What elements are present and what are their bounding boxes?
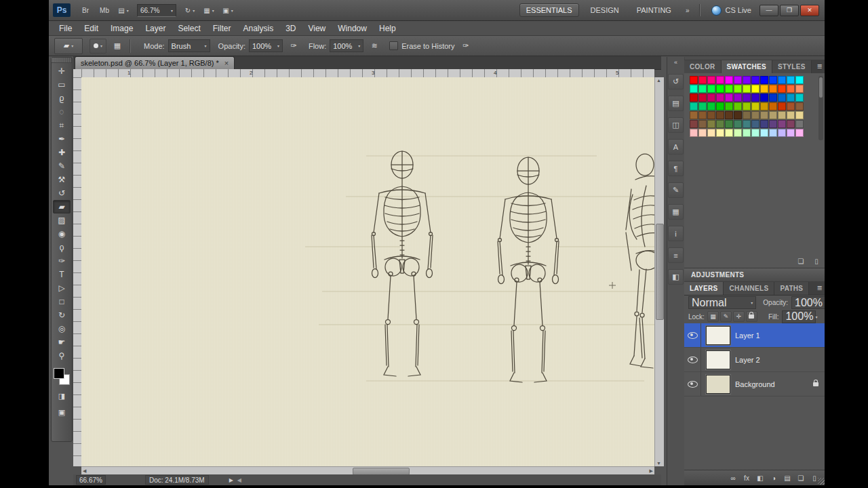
color-swatch[interactable] bbox=[760, 94, 768, 102]
color-swatch[interactable] bbox=[716, 76, 724, 84]
color-swatch[interactable] bbox=[716, 111, 724, 119]
flow-select[interactable]: 100% ▾ bbox=[330, 39, 363, 52]
color-swatch[interactable] bbox=[716, 120, 724, 128]
scroll-up-icon[interactable]: ▲ bbox=[656, 78, 661, 83]
color-swatch[interactable] bbox=[769, 102, 777, 110]
color-swatch[interactable] bbox=[707, 111, 715, 119]
gradient-tool[interactable]: ▨ bbox=[53, 214, 71, 227]
tablet-pressure-size-button[interactable]: ✑ bbox=[458, 39, 472, 53]
layer-visibility-toggle[interactable] bbox=[684, 323, 701, 347]
move-tool[interactable]: ✛ bbox=[53, 64, 71, 78]
color-swatch[interactable] bbox=[734, 102, 742, 110]
color-swatch[interactable] bbox=[787, 111, 795, 119]
color-swatch[interactable] bbox=[734, 94, 742, 102]
history-brush-tool[interactable]: ↺ bbox=[53, 186, 71, 200]
color-swatch[interactable] bbox=[690, 94, 698, 102]
swatches-scrollbar[interactable] bbox=[818, 76, 823, 140]
color-swatch[interactable] bbox=[751, 120, 760, 128]
color-swatch[interactable] bbox=[743, 76, 751, 84]
color-swatch[interactable] bbox=[734, 129, 742, 137]
opacity-select[interactable]: 100% ▾ bbox=[249, 39, 283, 52]
color-swatch[interactable] bbox=[743, 129, 751, 137]
color-swatch[interactable] bbox=[769, 94, 777, 102]
scroll-down-icon[interactable]: ▼ bbox=[656, 461, 661, 466]
tab-paths[interactable]: PATHS bbox=[774, 282, 809, 295]
color-swatch[interactable] bbox=[690, 111, 698, 119]
color-swatch[interactable] bbox=[751, 94, 760, 102]
color-swatch[interactable] bbox=[795, 102, 804, 110]
eyedropper-tool[interactable]: ✒ bbox=[53, 132, 71, 146]
color-swatch[interactable] bbox=[690, 76, 698, 84]
color-swatch[interactable] bbox=[743, 111, 751, 119]
color-swatch[interactable] bbox=[769, 120, 777, 128]
zoom-level-field[interactable]: 66.7% ▾ bbox=[137, 4, 176, 17]
expand-dock-button[interactable]: « bbox=[667, 57, 684, 68]
menu-file[interactable]: File bbox=[53, 22, 78, 35]
color-swatch[interactable] bbox=[725, 85, 733, 93]
color-swatch[interactable] bbox=[725, 111, 733, 119]
tab-layers[interactable]: LAYERS bbox=[684, 282, 724, 295]
clone-stamp-tool[interactable]: ⚒ bbox=[53, 173, 71, 186]
adjustment-layer-button[interactable]: ◑ bbox=[767, 472, 781, 483]
cs-live-button[interactable]: CS Live bbox=[711, 5, 751, 16]
menu-select[interactable]: Select bbox=[172, 22, 206, 35]
color-swatch[interactable] bbox=[698, 129, 707, 137]
paragraph-panel-icon[interactable]: ¶ bbox=[668, 161, 684, 176]
color-swatch[interactable] bbox=[787, 129, 795, 137]
color-swatch[interactable] bbox=[760, 102, 768, 110]
color-swatch[interactable] bbox=[725, 129, 733, 137]
color-swatch[interactable] bbox=[698, 111, 707, 119]
menu-window[interactable]: Window bbox=[332, 22, 373, 35]
color-swatch[interactable] bbox=[795, 94, 804, 102]
delete-swatch-button[interactable]: ▯ bbox=[811, 256, 822, 266]
crop-tool[interactable]: ⌗ bbox=[53, 119, 71, 132]
restore-button[interactable]: ❐ bbox=[780, 5, 799, 16]
document-tab[interactable]: skeleton.psd @ 66.7% (Layer 1, RGB/8) * … bbox=[75, 56, 235, 69]
color-swatch[interactable] bbox=[795, 129, 804, 137]
layer-group-button[interactable]: ▤ bbox=[781, 472, 794, 483]
layers-opacity-select[interactable]: 100% ▾ bbox=[791, 296, 825, 309]
color-swatch[interactable] bbox=[698, 85, 707, 93]
color-swatch[interactable] bbox=[743, 94, 751, 102]
workspace-overflow-button[interactable]: » bbox=[686, 7, 690, 14]
screen-mode-button[interactable]: ▣ bbox=[54, 406, 70, 418]
swatches-scroll-thumb[interactable] bbox=[819, 77, 823, 98]
color-swatch[interactable] bbox=[734, 85, 742, 93]
layer-style-button[interactable]: fx bbox=[740, 472, 753, 483]
menu-3d[interactable]: 3D bbox=[279, 22, 302, 35]
clone-source-panel-icon[interactable]: ◫ bbox=[668, 117, 684, 133]
color-swatch[interactable] bbox=[778, 120, 786, 128]
path-selection-tool[interactable]: ▷ bbox=[53, 281, 71, 295]
menu-image[interactable]: Image bbox=[104, 22, 139, 35]
quick-selection-tool[interactable]: ◌ bbox=[53, 105, 71, 119]
eraser-tool[interactable]: ▰ bbox=[53, 200, 71, 214]
color-swatch[interactable] bbox=[787, 120, 795, 128]
color-swatch[interactable] bbox=[795, 85, 804, 93]
color-swatch[interactable] bbox=[778, 85, 786, 93]
bridge-button[interactable]: Br bbox=[77, 4, 94, 16]
adjustments-panel-header[interactable]: ADJUSTMENTS bbox=[684, 268, 825, 282]
histogram-panel-icon[interactable]: ▦ bbox=[668, 204, 684, 220]
lock-position-button[interactable]: ✛ bbox=[733, 311, 745, 322]
color-swatch[interactable] bbox=[751, 76, 760, 84]
info-panel-icon[interactable]: i bbox=[668, 226, 684, 241]
color-swatch[interactable] bbox=[769, 111, 777, 119]
color-swatch[interactable] bbox=[690, 102, 698, 110]
status-menu-arrow[interactable]: ▶ bbox=[229, 477, 233, 483]
tab-swatches[interactable]: SWATCHES bbox=[722, 60, 772, 73]
canvas-area[interactable] bbox=[81, 77, 654, 466]
color-swatch[interactable] bbox=[690, 85, 698, 93]
color-swatch[interactable] bbox=[778, 76, 786, 84]
color-swatch[interactable] bbox=[698, 102, 707, 110]
erase-to-history-checkbox[interactable] bbox=[389, 41, 398, 50]
pen-tool[interactable]: ✑ bbox=[53, 254, 71, 268]
workspace-painting[interactable]: PAINTING bbox=[631, 4, 677, 16]
tool-presets-panel-icon[interactable]: ≡ bbox=[668, 247, 684, 263]
foreground-color-swatch[interactable] bbox=[54, 368, 64, 379]
color-swatch[interactable] bbox=[743, 102, 751, 110]
color-swatch[interactable] bbox=[725, 94, 733, 102]
screen-mode-button[interactable]: ▣▾ bbox=[220, 4, 236, 16]
color-swatch[interactable] bbox=[769, 85, 777, 93]
zoom-tool[interactable]: ⚲ bbox=[53, 349, 71, 363]
new-swatch-button[interactable]: ❏ bbox=[795, 256, 806, 266]
